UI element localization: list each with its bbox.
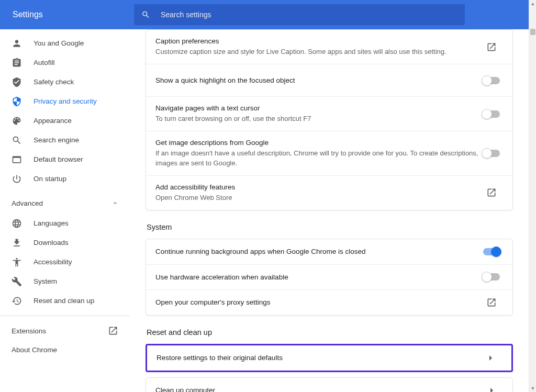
scrollbar-thumb[interactable] bbox=[530, 29, 535, 35]
section-heading-system: System bbox=[147, 223, 513, 231]
autofill-icon bbox=[12, 58, 22, 68]
sidebar-item-label: System bbox=[34, 277, 57, 285]
search-wrap bbox=[134, 4, 465, 25]
row-caption-preferences[interactable]: Caption preferences Customize caption si… bbox=[146, 30, 512, 64]
sidebar-item-label: Privacy and security bbox=[34, 97, 97, 105]
sidebar-item-accessibility[interactable]: Accessibility bbox=[0, 252, 130, 272]
search-icon bbox=[141, 10, 150, 19]
scrollbar-arrow-up-icon[interactable]: ▲ bbox=[530, 1, 535, 6]
row-title: Show a quick highlight on the focused ob… bbox=[155, 76, 480, 84]
chevron-right-icon bbox=[490, 388, 493, 392]
person-icon bbox=[12, 38, 22, 49]
chevron-up-icon bbox=[112, 200, 118, 206]
row-title: Navigate pages with a text cursor bbox=[155, 104, 480, 112]
row-subtitle: To turn caret browsing on or off, use th… bbox=[155, 114, 480, 124]
section-heading-reset: Reset and clean up bbox=[147, 328, 513, 337]
row-subtitle: Open Chrome Web Store bbox=[155, 193, 480, 203]
sidebar-item-default-browser[interactable]: Default browser bbox=[0, 150, 130, 169]
security-icon bbox=[12, 96, 22, 107]
row-title: Open your computer's proxy settings bbox=[155, 298, 480, 306]
open-in-new-icon bbox=[486, 187, 497, 198]
row-caret-browsing[interactable]: Navigate pages with a text cursor To tur… bbox=[146, 96, 512, 131]
row-background-apps[interactable]: Continue running background apps when Go… bbox=[146, 239, 512, 264]
sidebar-item-reset[interactable]: Reset and clean up bbox=[0, 291, 130, 310]
sidebar-item-autofill[interactable]: Autofill bbox=[0, 53, 130, 72]
open-in-new-icon bbox=[486, 42, 497, 52]
sidebar-item-label: Accessibility bbox=[34, 258, 72, 266]
row-hardware-accel[interactable]: Use hardware acceleration when available bbox=[146, 264, 512, 289]
sidebar-item-label: You and Google bbox=[34, 39, 84, 47]
wrench-icon bbox=[12, 276, 22, 287]
row-title: Add accessibility features bbox=[155, 183, 480, 191]
search-icon bbox=[12, 135, 22, 145]
extensions-label: Extensions bbox=[12, 327, 46, 335]
row-title: Continue running background apps when Go… bbox=[155, 248, 480, 255]
sidebar-item-label: Safety check bbox=[34, 78, 74, 86]
row-subtitle: If an image doesn't have a useful descri… bbox=[155, 149, 480, 167]
row-image-descriptions[interactable]: Get image descriptions from Google If an… bbox=[146, 131, 512, 175]
sidebar-item-on-startup[interactable]: On startup bbox=[0, 169, 130, 188]
content: Caption preferences Customize caption si… bbox=[130, 29, 529, 392]
row-quick-highlight[interactable]: Show a quick highlight on the focused ob… bbox=[146, 64, 512, 96]
row-title: Caption preferences bbox=[155, 37, 480, 45]
row-restore-defaults-card: Restore settings to their original defau… bbox=[146, 344, 513, 372]
row-title: Use hardware acceleration when available bbox=[155, 273, 480, 281]
sidebar-advanced-toggle[interactable]: Advanced bbox=[0, 193, 130, 214]
browser-icon bbox=[12, 154, 22, 165]
sidebar-item-label: Languages bbox=[34, 219, 69, 227]
shield-icon bbox=[12, 77, 22, 87]
sidebar-item-label: Downloads bbox=[34, 239, 69, 247]
sidebar-about[interactable]: About Chrome bbox=[0, 340, 130, 359]
globe-icon bbox=[12, 218, 22, 229]
app-header: Settings bbox=[0, 0, 536, 29]
system-card: Continue running background apps when Go… bbox=[146, 239, 513, 316]
search-box[interactable] bbox=[134, 4, 465, 25]
accessibility-icon bbox=[12, 257, 22, 267]
sidebar-item-label: Autofill bbox=[34, 59, 55, 66]
row-proxy-settings[interactable]: Open your computer's proxy settings bbox=[146, 289, 512, 315]
sidebar-item-privacy-security[interactable]: Privacy and security bbox=[0, 92, 130, 111]
sidebar-item-downloads[interactable]: Downloads bbox=[0, 233, 130, 252]
download-icon bbox=[12, 238, 22, 248]
sidebar-item-search-engine[interactable]: Search engine bbox=[0, 130, 130, 150]
sidebar: You and Google Autofill Safety check Pri… bbox=[0, 29, 130, 392]
sidebar-item-label: On startup bbox=[34, 175, 66, 183]
row-clean-up-computer[interactable]: Clean up computer bbox=[146, 378, 512, 392]
toggle-hardware-accel[interactable] bbox=[483, 273, 500, 281]
accessibility-card: Caption preferences Customize caption si… bbox=[146, 29, 513, 210]
row-restore-defaults[interactable]: Restore settings to their original defau… bbox=[147, 345, 511, 371]
advanced-label: Advanced bbox=[12, 199, 43, 207]
toggle-quick-highlight[interactable] bbox=[483, 77, 500, 84]
open-in-new-icon bbox=[108, 326, 118, 336]
row-title: Clean up computer bbox=[155, 386, 480, 392]
sidebar-item-system[interactable]: System bbox=[0, 272, 130, 291]
open-in-new-icon bbox=[486, 297, 497, 308]
search-input[interactable] bbox=[160, 10, 457, 19]
about-label: About Chrome bbox=[12, 346, 57, 354]
row-title: Get image descriptions from Google bbox=[155, 139, 480, 147]
sidebar-item-you-and-google[interactable]: You and Google bbox=[0, 33, 130, 53]
row-clean-up-card: Clean up computer bbox=[146, 377, 513, 392]
scrollbar[interactable]: ▲ ▼ bbox=[529, 0, 536, 392]
chevron-right-icon bbox=[489, 355, 492, 361]
toggle-caret-browsing[interactable] bbox=[483, 110, 500, 118]
page-title: Settings bbox=[13, 10, 134, 19]
toggle-background-apps[interactable] bbox=[483, 248, 500, 255]
sidebar-item-languages[interactable]: Languages bbox=[0, 214, 130, 233]
toggle-image-descriptions[interactable] bbox=[483, 150, 500, 157]
sidebar-item-appearance[interactable]: Appearance bbox=[0, 111, 130, 130]
sidebar-item-safety-check[interactable]: Safety check bbox=[0, 72, 130, 92]
palette-icon bbox=[12, 116, 22, 126]
row-add-accessibility-features[interactable]: Add accessibility features Open Chrome W… bbox=[146, 175, 512, 210]
sidebar-extensions[interactable]: Extensions bbox=[0, 321, 130, 340]
sidebar-item-label: Default browser bbox=[34, 155, 83, 163]
sidebar-divider bbox=[0, 316, 130, 316]
sidebar-item-label: Reset and clean up bbox=[34, 297, 94, 305]
restore-icon bbox=[12, 296, 22, 306]
row-title: Restore settings to their original defau… bbox=[157, 354, 479, 362]
scrollbar-arrow-down-icon[interactable]: ▼ bbox=[530, 386, 535, 391]
row-subtitle: Customize caption size and style for Liv… bbox=[155, 47, 480, 57]
power-icon bbox=[12, 174, 22, 184]
sidebar-item-label: Search engine bbox=[34, 136, 79, 144]
sidebar-item-label: Appearance bbox=[34, 117, 72, 125]
